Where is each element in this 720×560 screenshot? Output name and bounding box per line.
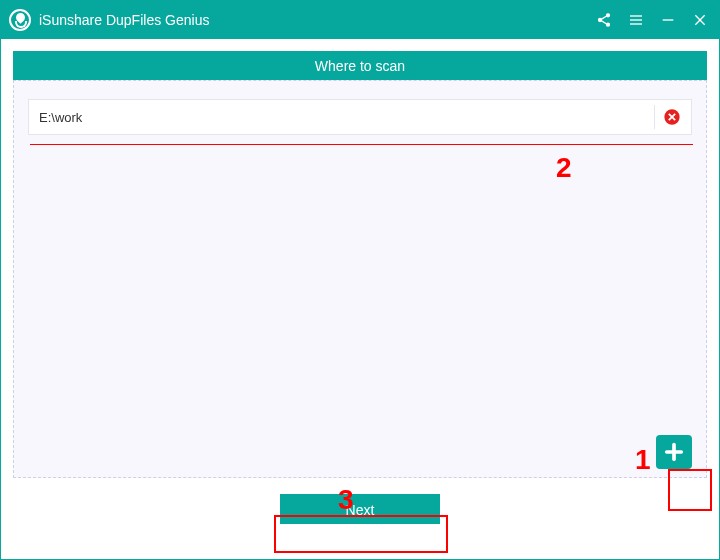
minimize-icon[interactable]	[659, 11, 677, 29]
svg-point-1	[607, 14, 610, 17]
svg-line-4	[601, 21, 606, 24]
app-logo-icon	[9, 9, 31, 31]
path-row: E:\work	[28, 99, 692, 135]
titlebar: iSunshare DupFiles Genius	[1, 1, 719, 39]
app-title: iSunshare DupFiles Genius	[39, 12, 595, 28]
menu-icon[interactable]	[627, 11, 645, 29]
app-window: iSunshare DupFiles Genius Where to scan …	[0, 0, 720, 560]
next-button[interactable]: Next	[280, 494, 440, 524]
window-controls	[595, 11, 709, 29]
content-area: Where to scan E:\work	[1, 39, 719, 559]
close-icon[interactable]	[691, 11, 709, 29]
svg-line-3	[601, 16, 606, 19]
path-text[interactable]: E:\work	[39, 110, 646, 125]
footer: Next	[13, 478, 707, 524]
scan-paths-panel: E:\work	[13, 80, 707, 478]
panel-header: Where to scan	[13, 51, 707, 81]
remove-icon	[663, 108, 681, 126]
add-path-button[interactable]	[656, 435, 692, 469]
path-divider	[654, 105, 655, 129]
svg-point-2	[607, 23, 610, 26]
plus-icon	[663, 441, 685, 463]
share-icon[interactable]	[595, 11, 613, 29]
remove-path-button[interactable]	[663, 108, 681, 126]
